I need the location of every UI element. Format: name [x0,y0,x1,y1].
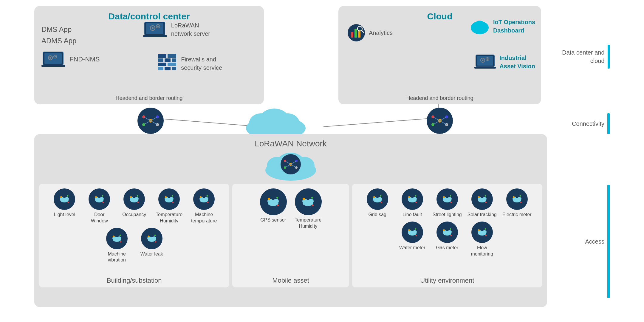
svg-point-24 [157,26,159,27]
utility-section: Grid sag [352,184,542,287]
sensor-flow-monitoring: Flowmonitoring [466,222,498,257]
svg-rect-31 [158,63,166,66]
svg-point-188 [520,202,521,203]
light-level-icon [54,188,75,210]
light-level-label: Light level [54,212,75,218]
industrial-laptop-icon [474,54,496,70]
svg-point-181 [485,202,487,203]
svg-point-136 [152,236,156,240]
hub-right-icon [426,107,453,134]
gas-meter-label: Gas meter [436,245,458,251]
dc-headend-label: Headend and border routing [115,95,182,101]
svg-rect-47 [351,32,353,38]
svg-point-17 [55,56,56,57]
sensor-line-fault: Line fault [397,188,428,218]
svg-rect-26 [158,54,166,58]
svg-rect-33 [158,67,163,70]
lorawan-laptop-icon [143,21,167,38]
svg-rect-48 [354,29,357,38]
svg-point-129 [117,236,121,240]
temp-humidity-1-icon [158,188,180,210]
svg-point-62 [487,58,488,60]
svg-point-151 [303,198,305,200]
svg-point-152 [311,197,313,199]
svg-point-193 [408,229,410,231]
svg-point-132 [120,241,121,242]
svg-point-115 [169,197,174,201]
svg-point-157 [378,197,382,201]
building-section: Light level [39,184,229,287]
svg-point-137 [148,236,149,237]
svg-point-195 [415,235,417,236]
svg-line-3 [323,118,438,127]
iot-cloud-icon [470,18,490,35]
water-leak-icon [141,228,162,249]
svg-point-96 [67,195,69,197]
svg-rect-30 [172,58,176,62]
svg-point-103 [102,195,103,197]
iot-label: IoT OperationsDashboard [493,18,535,35]
lorawan-hub-icon [280,154,301,175]
industrial-label: IndustrialAsset Vision [499,54,535,70]
svg-point-138 [154,234,156,236]
sensor-street-lighting: Street lighting [431,188,463,218]
svg-rect-13 [41,65,65,67]
cloud-headend-label: Headend and border routing [406,95,473,101]
svg-point-95 [60,196,62,198]
svg-point-118 [172,202,174,203]
hub-right [426,107,453,135]
svg-point-144 [268,198,270,200]
bar-access [607,185,610,298]
line-fault-label: Line fault [402,212,422,218]
svg-point-150 [308,199,314,204]
svg-point-76 [259,109,289,131]
solar-tracking-label: Solar tracking [467,212,497,218]
svg-point-116 [165,196,167,198]
svg-rect-49 [358,30,360,38]
temp-humidity-1-label: TemperatureHumidity [156,212,182,224]
svg-point-160 [380,202,382,203]
analytics-label: Analytics [369,30,393,36]
right-sidebar: Data center and cloud Connectivity Acces… [550,6,610,316]
electric-meter-label: Electric meter [502,212,532,218]
svg-point-101 [100,197,104,201]
svg-rect-20 [143,35,167,37]
svg-point-167 [415,202,417,203]
industrial-section: IndustrialAsset Vision [474,54,535,70]
three-sections: Light level [39,184,542,287]
grid-sag-icon [367,188,388,210]
svg-rect-35 [172,67,176,70]
svg-point-164 [413,197,417,201]
occupancy-label: Occupancy [122,212,146,218]
svg-point-139 [155,241,156,242]
label-data-center: Data center and cloud [550,45,610,69]
dms-adms-labels: DMS App ADMS App [41,24,76,47]
bar-data-center [608,45,610,69]
bar-connectivity [607,113,610,134]
sensor-water-leak: Water leak [136,228,167,264]
sensor-light-level: Light level [49,188,80,224]
grid-sag-label: Grid sag [369,212,386,218]
dc-box: Data/control center DMS App ADMS App FND… [34,6,264,104]
connectivity-text: Connectivity [572,120,604,127]
sensor-electric-meter: Electric meter [501,188,532,218]
utility-section-label: Utility environment [420,277,474,284]
svg-point-60 [482,59,484,61]
svg-point-180 [484,195,486,197]
gps-icon [260,188,287,215]
svg-point-158 [373,196,375,198]
svg-point-102 [95,196,97,198]
machine-vibration-icon [106,228,128,249]
svg-rect-58 [474,67,496,69]
temp-humidity-mobile-icon [295,188,322,215]
svg-point-194 [415,228,416,230]
mobile-section: GPS sensor [232,184,349,287]
svg-point-200 [443,229,445,231]
svg-point-125 [207,202,209,203]
svg-point-117 [172,195,173,197]
svg-point-122 [204,197,208,201]
firewall-section: Firewalls andsecurity service [157,54,222,73]
firewall-icon [157,54,177,73]
sensor-door-window: DoorWindow [84,188,115,224]
label-access: Access [585,185,610,298]
